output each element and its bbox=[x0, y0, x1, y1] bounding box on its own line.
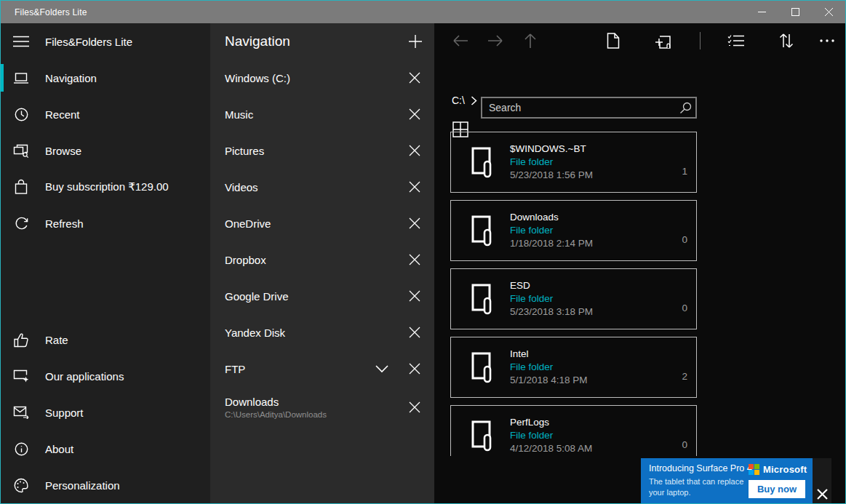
remove-location-button[interactable] bbox=[408, 180, 421, 193]
search-input[interactable] bbox=[482, 102, 675, 113]
nav-item-yandex-disk[interactable]: Yandex Disk bbox=[210, 314, 434, 351]
multiselect-list-icon bbox=[727, 34, 745, 47]
breadcrumb-drive[interactable]: C:\ bbox=[452, 95, 465, 106]
ad-close-x-icon bbox=[817, 489, 828, 500]
file-type: File folder bbox=[510, 224, 593, 237]
sidebar-item-about[interactable]: About bbox=[1, 431, 210, 467]
expand-button[interactable] bbox=[375, 362, 389, 375]
file-item-count: 2 bbox=[682, 371, 687, 382]
add-location-button[interactable] bbox=[407, 33, 424, 50]
folder-icon bbox=[471, 351, 492, 385]
close-button[interactable] bbox=[812, 1, 845, 23]
sidebar-item-refresh[interactable]: Refresh bbox=[1, 205, 210, 241]
sidebar-item-recent[interactable]: Recent bbox=[1, 96, 210, 132]
ad-text-line2: your laptop. bbox=[649, 488, 690, 497]
sidebar-item-rate[interactable]: Rate bbox=[1, 321, 210, 358]
sidebar-item-support[interactable]: Support bbox=[1, 394, 210, 431]
back-arrow-icon bbox=[452, 34, 468, 47]
sidebar-item-label: Recent bbox=[45, 108, 80, 121]
file-item-intel[interactable]: Intel File folder 5/1/2018 4:18 PM 2 bbox=[450, 337, 697, 398]
search-submit-button[interactable] bbox=[675, 98, 695, 117]
remove-location-button[interactable] bbox=[408, 362, 421, 375]
sort-button[interactable] bbox=[774, 28, 799, 53]
file-name: ESD bbox=[510, 279, 593, 292]
icon-our-applications bbox=[12, 369, 30, 383]
ad-close-button[interactable] bbox=[816, 488, 828, 500]
nav-item-label: Pictures bbox=[225, 145, 434, 157]
icon-browse bbox=[12, 143, 30, 159]
remove-location-button[interactable] bbox=[408, 217, 421, 230]
ellipsis-icon bbox=[820, 39, 834, 42]
file-item-windows-bt[interactable]: $WINDOWS.~BT File folder 5/23/2018 1:56 … bbox=[450, 132, 697, 193]
maximize-button[interactable] bbox=[778, 1, 812, 23]
chevron-down-icon bbox=[375, 365, 388, 373]
sidebar-item-browse[interactable]: Browse bbox=[1, 132, 210, 169]
nav-item-google-drive[interactable]: Google Drive bbox=[210, 278, 434, 314]
file-type: File folder bbox=[510, 292, 593, 305]
nav-item-videos[interactable]: Videos bbox=[210, 169, 434, 205]
close-x-icon bbox=[409, 254, 420, 265]
ad-headline: Introducing Surface Pro 4 bbox=[649, 463, 752, 473]
nav-item-label: Google Drive bbox=[225, 290, 434, 303]
back-button[interactable] bbox=[448, 28, 473, 53]
icon-personalization bbox=[12, 478, 30, 493]
maximize-icon bbox=[791, 8, 799, 16]
close-icon bbox=[825, 8, 833, 16]
nav-item-music[interactable]: Music bbox=[210, 96, 434, 132]
sidebar-spacer bbox=[1, 241, 210, 321]
titlebar: Files&Folders Lite bbox=[1, 1, 845, 23]
icon-refresh bbox=[12, 216, 30, 231]
nav-item-label: Yandex Disk bbox=[225, 327, 434, 339]
remove-location-button[interactable] bbox=[408, 144, 421, 157]
remove-location-button[interactable] bbox=[408, 71, 421, 84]
remove-location-button[interactable] bbox=[408, 289, 421, 303]
close-x-icon bbox=[409, 401, 420, 413]
up-button[interactable] bbox=[518, 28, 543, 53]
file-item-esd[interactable]: ESD File folder 5/23/2018 3:18 PM 0 bbox=[450, 268, 697, 329]
ad-banner[interactable]: Introducing Surface Pro 4 The tablet tha… bbox=[641, 458, 813, 503]
new-file-button[interactable] bbox=[601, 28, 626, 53]
sidebar-item-personalization[interactable]: Personalization bbox=[1, 467, 210, 503]
nav-item-onedrive[interactable]: OneDrive bbox=[210, 205, 434, 241]
remove-location-button[interactable] bbox=[408, 401, 421, 414]
file-item-count: 1 bbox=[682, 166, 687, 177]
navigation-panel: Navigation Windows (C:) bbox=[210, 23, 434, 503]
nav-item-label: Music bbox=[225, 108, 434, 121]
sidebar-item-label: Buy subscription ₹129.00 bbox=[45, 180, 169, 193]
file-item-perflogs[interactable]: PerfLogs File folder 4/12/2018 5:08 AM 0 bbox=[450, 405, 697, 456]
nav-item-dropbox[interactable]: Dropbox bbox=[210, 241, 434, 278]
remove-location-button[interactable] bbox=[408, 326, 421, 339]
multiselect-button[interactable] bbox=[724, 28, 749, 53]
nav-item-pictures[interactable]: Pictures bbox=[210, 132, 434, 169]
remove-location-button[interactable] bbox=[408, 108, 421, 121]
remove-location-button[interactable] bbox=[408, 253, 421, 266]
new-folder-button[interactable] bbox=[650, 28, 675, 53]
microsoft-logo-icon bbox=[749, 464, 759, 475]
navigation-panel-header: Navigation bbox=[210, 23, 434, 60]
minimize-button[interactable] bbox=[745, 1, 778, 23]
new-file-icon bbox=[607, 33, 620, 49]
close-x-icon bbox=[409, 363, 420, 375]
nav-item-windows-c[interactable]: Windows (C:) bbox=[210, 60, 434, 96]
window-title: Files&Folders Lite bbox=[15, 7, 87, 17]
sidebar-item-label: About bbox=[45, 443, 73, 455]
nav-item-downloads[interactable]: Downloads C:\Users\Aditya\Downloads bbox=[210, 387, 434, 428]
close-x-icon bbox=[409, 181, 420, 193]
sidebar-item-label: Personalization bbox=[45, 479, 120, 492]
toolbar-separator bbox=[700, 32, 701, 49]
ad-buy-now-button[interactable]: Buy now bbox=[749, 480, 805, 498]
sidebar-item-buy-subscription[interactable]: Buy subscription ₹129.00 bbox=[1, 169, 210, 205]
hamburger-menu-button[interactable] bbox=[12, 36, 30, 47]
file-item-count: 0 bbox=[682, 439, 687, 450]
breadcrumb: C:\ bbox=[452, 95, 477, 106]
forward-button[interactable] bbox=[483, 28, 508, 53]
sidebar-item-label: Browse bbox=[45, 145, 81, 157]
nav-item-label: FTP bbox=[225, 363, 434, 375]
nav-item-ftp[interactable]: FTP bbox=[210, 351, 434, 387]
sidebar-item-navigation[interactable]: Navigation bbox=[1, 60, 210, 96]
more-options-button[interactable] bbox=[815, 28, 839, 53]
search-icon bbox=[679, 102, 692, 114]
sidebar-item-our-applications[interactable]: Our applications bbox=[1, 358, 210, 394]
file-item-downloads[interactable]: Downloads File folder 1/18/2018 2:14 PM … bbox=[450, 200, 697, 261]
folder-icon bbox=[471, 146, 492, 180]
